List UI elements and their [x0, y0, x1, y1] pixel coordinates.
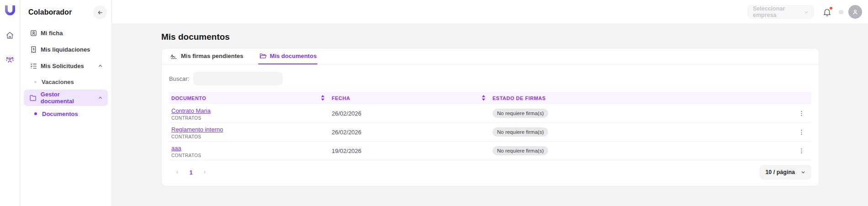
sidebar-item-gestor-documental[interactable]: Gestor documental	[24, 90, 108, 106]
tab-mis-firmas-pendientes[interactable]: Mis firmas pendientes	[169, 48, 244, 64]
chevron-right-icon	[202, 169, 207, 175]
app-window: Colaborador Mi ficha $ Mis liquidaciones	[0, 0, 868, 206]
sidebar-item-label: Mis Solicitudes	[41, 63, 84, 69]
sidebar-title: Colaborador	[28, 8, 72, 16]
sidebar-header: Colaborador	[20, 0, 111, 24]
chevron-up-icon	[97, 63, 103, 69]
column-header-documento[interactable]: DOCUMENTO	[169, 95, 329, 101]
receipt-icon: $	[29, 45, 37, 53]
date-cell: 19/02/2026	[329, 148, 490, 154]
search-row: Buscar:	[169, 72, 811, 85]
sidebar-item-label: Mis liquidaciones	[41, 46, 90, 53]
notification-badge	[829, 6, 833, 11]
sidebar-nav: Mi ficha $ Mis liquidaciones Mis Solicit…	[20, 24, 111, 122]
chevron-down-icon	[800, 169, 806, 175]
sort-icon[interactable]	[321, 95, 325, 101]
page-size-select[interactable]: 10 / página	[760, 165, 811, 180]
id-card-icon	[29, 29, 37, 37]
icon-rail	[0, 0, 20, 206]
company-select[interactable]: Seleccionar empresa	[747, 5, 814, 19]
document-category: CONTRATOS	[171, 153, 329, 158]
bullet-dot-icon	[34, 112, 37, 115]
chevron-left-icon	[175, 169, 180, 175]
checklist-icon	[29, 62, 37, 70]
sidebar-item-label: Mi ficha	[41, 30, 63, 37]
sidebar-item-documentos[interactable]: Documentos	[24, 106, 108, 121]
status-badge: No requiere firma(s)	[492, 127, 548, 137]
tab-bar: Mis firmas pendientes Mis documentos	[162, 48, 819, 64]
actions-cell	[793, 126, 811, 138]
bullet-dot-icon	[34, 81, 37, 83]
sidebar-item-label: Documentos	[42, 111, 78, 117]
search-label: Buscar:	[169, 75, 189, 82]
page-size-value: 10 / página	[765, 169, 795, 175]
previous-page-button[interactable]	[172, 167, 183, 178]
document-link[interactable]: Contrato Maria	[171, 107, 211, 114]
sidebar: Colaborador Mi ficha $ Mis liquidaciones	[20, 0, 112, 206]
document-cell: Reglamento interno CONTRATOS	[169, 125, 329, 139]
folder-open-icon	[259, 52, 267, 60]
status-cell: No requiere firma(s)	[490, 109, 793, 118]
date-cell: 26/02/2026	[329, 129, 490, 136]
document-cell: aaa CONTRATOS	[169, 144, 329, 158]
user-avatar[interactable]	[848, 5, 862, 19]
status-badge: No requiere firma(s)	[492, 109, 548, 118]
date-cell: 26/02/2026	[329, 110, 490, 117]
tab-mis-documentos[interactable]: Mis documentos	[258, 48, 318, 64]
table-row: Reglamento interno CONTRATOS 26/02/2026 …	[169, 123, 811, 142]
chevron-down-icon	[804, 9, 809, 15]
documents-table: DOCUMENTO FECHA	[169, 92, 811, 160]
ellipsis-vertical-icon	[798, 129, 805, 136]
actions-cell	[793, 107, 811, 119]
search-input[interactable]	[193, 72, 283, 85]
row-menu-button[interactable]	[795, 145, 807, 157]
chevron-up-icon	[97, 95, 103, 101]
document-cell: Contrato Maria CONTRATOS	[169, 106, 329, 121]
people-icon[interactable]	[3, 53, 17, 67]
sidebar-item-mis-solicitudes[interactable]: Mis Solicitudes	[24, 58, 108, 74]
main-column: Seleccionar empresa Mis documentos	[112, 0, 868, 206]
u-logo-icon	[3, 4, 17, 17]
folder-icon	[29, 94, 37, 102]
app-logo[interactable]	[3, 4, 17, 17]
status-cell: No requiere firma(s)	[490, 127, 793, 137]
page-number-button[interactable]: 1	[185, 167, 196, 178]
table-header-row: DOCUMENTO FECHA	[169, 92, 811, 104]
home-icon[interactable]	[3, 28, 17, 42]
row-menu-button[interactable]	[795, 126, 807, 138]
topbar: Seleccionar empresa	[112, 0, 868, 24]
column-header-estado-de-firmas: ESTADO DE FIRMAS	[490, 95, 793, 101]
ellipsis-vertical-icon	[798, 110, 805, 117]
status-cell: No requiere firma(s)	[490, 146, 793, 155]
person-icon	[852, 8, 859, 16]
next-page-button[interactable]	[199, 167, 210, 178]
notifications-button[interactable]	[822, 7, 832, 17]
sidebar-item-label: Vacaciones	[42, 79, 74, 85]
column-header-fecha[interactable]: FECHA	[329, 95, 490, 101]
document-link[interactable]: aaa	[171, 145, 181, 152]
sidebar-item-vacaciones[interactable]: Vacaciones	[24, 74, 108, 90]
status-badge: No requiere firma(s)	[492, 146, 548, 155]
svg-text:$: $	[32, 48, 34, 51]
pagination-row: 1 10 / página	[169, 165, 811, 180]
table-row: Contrato Maria CONTRATOS 26/02/2026 No r…	[169, 104, 811, 123]
actions-cell	[793, 145, 811, 157]
document-link[interactable]: Reglamento interno	[171, 126, 223, 133]
company-select-value: Seleccionar empresa	[753, 5, 804, 18]
sidebar-item-mi-ficha[interactable]: Mi ficha	[24, 25, 108, 41]
pager: 1	[172, 167, 210, 178]
page-title: Mis documentos	[161, 32, 819, 42]
signature-icon	[170, 52, 178, 60]
arrow-left-icon	[97, 9, 104, 16]
tab-label: Mis firmas pendientes	[181, 53, 243, 59]
sidebar-item-mis-liquidaciones[interactable]: $ Mis liquidaciones	[24, 41, 108, 58]
sidebar-collapse-button[interactable]	[93, 5, 107, 19]
documents-card: Mis firmas pendientes Mis documentos Bus…	[161, 48, 819, 186]
sidebar-item-label: Gestor documental	[41, 91, 94, 105]
tab-label: Mis documentos	[270, 53, 317, 59]
row-menu-button[interactable]	[795, 107, 807, 119]
content-area: Mis documentos Mis firmas pendientes Mis…	[112, 24, 868, 206]
document-category: CONTRATOS	[171, 134, 329, 139]
ellipsis-vertical-icon	[798, 148, 805, 154]
sort-icon[interactable]	[482, 95, 486, 101]
